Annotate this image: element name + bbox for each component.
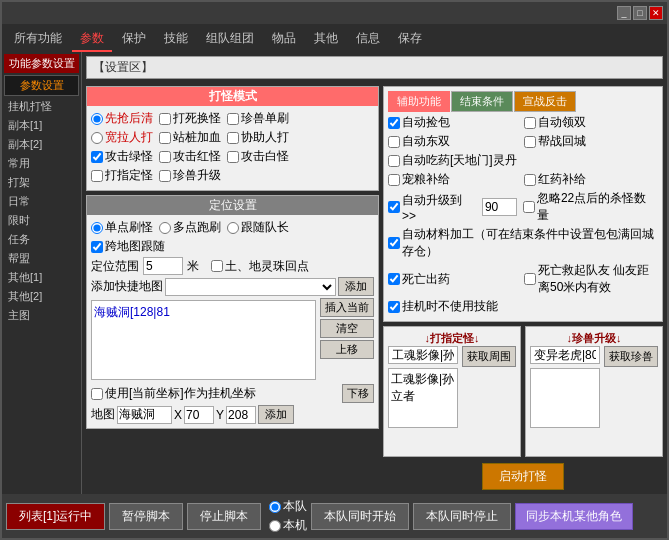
maximize-btn[interactable]: □ xyxy=(633,6,647,20)
radio-multi-point[interactable]: 多点跑刷 xyxy=(159,219,221,236)
finger-panel: ↓打指定怪↓ 工魂影像|孙立者 获取周围 xyxy=(383,326,521,457)
pause-btn[interactable]: 暂停脚本 xyxy=(109,503,183,530)
sidebar-item-hang[interactable]: 挂机打怪 xyxy=(4,97,79,116)
nav-protect[interactable]: 保护 xyxy=(114,27,154,52)
cb-ignore-count[interactable]: 忽略22点后的杀怪数量 xyxy=(523,190,658,224)
map-name-input[interactable] xyxy=(117,406,172,424)
sidebar-item-daily[interactable]: 日常 xyxy=(4,192,79,211)
aux-panel: 辅助功能 结束条件 宣战反击 自动捡包 自动领双 xyxy=(383,86,663,322)
nav-items[interactable]: 物品 xyxy=(264,27,304,52)
cb-auto-craft[interactable]: 自动材料加工（可在结束条件中设置包包满回城存仓） xyxy=(388,226,658,260)
stop-btn[interactable]: 停止脚本 xyxy=(187,503,261,530)
start-fight-btn[interactable]: 启动打怪 xyxy=(482,463,564,490)
radio-first-clear[interactable]: 先抢后清 xyxy=(91,110,153,127)
cb-auto-level[interactable]: 自动升级到>> xyxy=(388,192,476,223)
position-panel: 定位设置 单点刷怪 多点跑刷 跟随队长 xyxy=(86,195,379,429)
cb-attack-red[interactable]: 攻击红怪 xyxy=(159,148,221,165)
aux-checkboxes-grid3: 死亡出药 死亡救起队友 仙友距离50米内有效 xyxy=(388,262,658,296)
radio-local[interactable]: 本机 xyxy=(269,517,307,534)
tab-aux-function[interactable]: 辅助功能 xyxy=(388,91,450,112)
close-btn[interactable]: ✕ xyxy=(649,6,663,20)
nav-params[interactable]: 参数 xyxy=(72,27,112,52)
sidebar-item-other1[interactable]: 其他[1] xyxy=(4,268,79,287)
cb-die-pill[interactable]: 死亡出药 xyxy=(388,262,522,296)
down-btn[interactable]: 下移 xyxy=(342,384,374,403)
cb-rare-single[interactable]: 珍兽单刷 xyxy=(227,110,289,127)
nav-skills[interactable]: 技能 xyxy=(156,27,196,52)
x-input[interactable] xyxy=(184,406,214,424)
nav-all-functions[interactable]: 所有功能 xyxy=(6,27,70,52)
nav-other[interactable]: 其他 xyxy=(306,27,346,52)
cb-no-skill[interactable]: 挂机时不使用技能 xyxy=(388,298,658,315)
map-select[interactable] xyxy=(165,278,336,296)
tab-declare-war[interactable]: 宣战反击 xyxy=(514,91,576,112)
stop-together-btn[interactable]: 本队同时停止 xyxy=(413,503,511,530)
list-running-btn[interactable]: 列表[1]运行中 xyxy=(6,503,105,530)
get-pet-btn[interactable]: 获取珍兽 xyxy=(604,346,658,367)
range-unit: 米 xyxy=(187,258,199,275)
level-input[interactable] xyxy=(482,198,517,216)
range-input[interactable] xyxy=(143,257,183,275)
cb-auto-pickup[interactable]: 自动捡包 xyxy=(388,114,522,131)
cb-use-current[interactable]: 使用[当前坐标]作为挂机坐标 xyxy=(91,385,256,402)
nav-save[interactable]: 保存 xyxy=(390,27,430,52)
sidebar-item-guild[interactable]: 帮盟 xyxy=(4,249,79,268)
minimize-btn[interactable]: _ xyxy=(617,6,631,20)
sync-btn[interactable]: 同步本机某他角色 xyxy=(515,503,633,530)
cb-red-supply[interactable]: 红药补给 xyxy=(524,171,658,188)
map-list-area[interactable]: 海贼洞[128|81 xyxy=(91,300,316,380)
pet-input[interactable] xyxy=(530,346,600,364)
tab-end-condition[interactable]: 结束条件 xyxy=(451,91,513,112)
y-input[interactable] xyxy=(226,406,256,424)
sidebar-item-fight[interactable]: 打架 xyxy=(4,173,79,192)
radio-team-label: 本队 xyxy=(283,498,307,515)
map-entry-0[interactable]: 海贼洞[128|81 xyxy=(94,303,313,322)
insert-current-btn[interactable]: 插入当前 xyxy=(320,298,374,317)
finger-input[interactable] xyxy=(388,346,458,364)
sidebar-item-limited[interactable]: 限时 xyxy=(4,211,79,230)
cb-auto-medicine[interactable]: 自动吃药[天地门]灵丹 xyxy=(388,152,658,169)
add-coord-btn[interactable]: 添加 xyxy=(258,405,294,424)
up-btn[interactable]: 上移 xyxy=(320,340,374,359)
cb-auto-east-double[interactable]: 自动东双 xyxy=(388,133,522,150)
nav-info[interactable]: 信息 xyxy=(348,27,388,52)
sidebar-item-quest[interactable]: 任务 xyxy=(4,230,79,249)
cb-cross-map[interactable]: 跨地图跟随 xyxy=(91,238,165,255)
nav-bar: 所有功能 参数 保护 技能 组队组团 物品 其他 信息 保存 xyxy=(2,24,667,52)
sidebar-item-map[interactable]: 主图 xyxy=(4,306,79,325)
radio-follow-leader[interactable]: 跟随队长 xyxy=(227,219,289,236)
cb-attack-white[interactable]: 攻击白怪 xyxy=(227,148,289,165)
aux-checkboxes-grid: 自动捡包 自动领双 自动东双 帮战回城 xyxy=(388,114,658,150)
aux-checkboxes-grid2: 宠粮补给 红药补给 xyxy=(388,171,658,188)
cb-die-revive[interactable]: 死亡救起队友 仙友距离50米内有效 xyxy=(524,262,658,296)
sidebar-item-dungeon2[interactable]: 副本[2] xyxy=(4,135,79,154)
nav-team[interactable]: 组队组团 xyxy=(198,27,262,52)
cb-pet-feed[interactable]: 宠粮补给 xyxy=(388,171,522,188)
main-window: _ □ ✕ 所有功能 参数 保护 技能 组队组团 物品 其他 信息 保存 功能参… xyxy=(0,0,669,540)
settings-area-label: 【设置区】 xyxy=(86,56,663,79)
radio-wide-pull[interactable]: 宽拉人打 xyxy=(91,129,153,146)
pet-list[interactable] xyxy=(530,368,600,428)
cb-auto-double[interactable]: 自动领双 xyxy=(524,114,658,131)
sidebar-section[interactable]: 参数设置 xyxy=(4,75,79,96)
clear-btn[interactable]: 清空 xyxy=(320,319,374,338)
sidebar-item-common[interactable]: 常用 xyxy=(4,154,79,173)
cb-rare-level[interactable]: 珍兽升级 xyxy=(159,167,221,184)
start-together-btn[interactable]: 本队同时开始 xyxy=(311,503,409,530)
sidebar-item-dungeon1[interactable]: 副本[1] xyxy=(4,116,79,135)
add-map-btn[interactable]: 添加 xyxy=(338,277,374,296)
cb-assist[interactable]: 协助人打 xyxy=(227,129,289,146)
start-row: 启动打怪 xyxy=(383,463,663,490)
get-range-btn[interactable]: 获取周围 xyxy=(462,346,516,367)
cb-stand-heal[interactable]: 站桩加血 xyxy=(159,129,221,146)
cb-attack-green[interactable]: 攻击绿怪 xyxy=(91,148,153,165)
finger-list[interactable]: 工魂影像|孙立者 xyxy=(388,368,458,428)
sidebar-item-other2[interactable]: 其他[2] xyxy=(4,287,79,306)
cb-spirit[interactable]: 土、地灵珠回点 xyxy=(211,258,309,275)
cb-target-monster[interactable]: 打指定怪 xyxy=(91,167,153,184)
radio-team[interactable]: 本队 xyxy=(269,498,307,515)
radio-single-point[interactable]: 单点刷怪 xyxy=(91,219,153,236)
cb-guild-war-home[interactable]: 帮战回城 xyxy=(524,133,658,150)
cb-die-switch[interactable]: 打死换怪 xyxy=(159,110,221,127)
map-label: 地图 xyxy=(91,406,115,423)
